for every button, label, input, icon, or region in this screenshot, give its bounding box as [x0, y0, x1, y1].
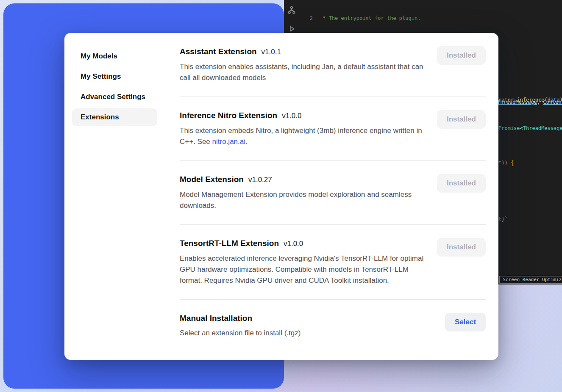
extension-description: This extension enables assistants, inclu…	[180, 61, 425, 83]
code-fragment: t}`	[498, 216, 508, 222]
extension-header: Manual Installation	[180, 313, 425, 324]
extension-info: Model Extension v1.0.27 Model Management…	[180, 174, 425, 211]
extension-description: This extension embeds Nitro, a lightweig…	[180, 125, 425, 147]
extension-info: Assistant Extension v1.0.1 This extensio…	[180, 46, 425, 83]
extension-title: Assistant Extension	[180, 46, 257, 57]
extension-row-nitro: Inference Nitro Extension v1.0.0 This ex…	[180, 97, 486, 161]
extension-header: Inference Nitro Extension v1.0.0	[180, 110, 425, 121]
code-token: ThreadMessage	[523, 125, 562, 131]
code-line: 2 * The entrypoint for the plugin.	[299, 15, 562, 22]
settings-modal: My Models My Settings Advanced Settings …	[64, 33, 498, 360]
code-token: data	[548, 97, 560, 103]
settings-sidebar: My Models My Settings Advanced Settings …	[64, 33, 165, 360]
code-fragment: Promise<ThreadMessage>	[498, 125, 562, 131]
run-debug-icon[interactable]	[287, 25, 296, 33]
extension-header: Assistant Extension v1.0.1	[180, 46, 425, 58]
sidebar-item-my-models[interactable]: My Models	[72, 47, 157, 65]
extension-info: Manual Installation Select an extension …	[180, 313, 425, 339]
extension-title: TensortRT-LLM Extension	[180, 238, 279, 249]
code-fragment: ")) {	[498, 160, 514, 166]
installed-button[interactable]: Installed	[437, 46, 486, 65]
extension-description: Enables accelerated inference leveraging…	[180, 253, 425, 286]
extensions-panel: Assistant Extension v1.0.1 This extensio…	[165, 33, 498, 360]
line-number: 2	[299, 15, 313, 22]
installed-button[interactable]: Installed	[437, 174, 486, 193]
extension-version: v1.0.27	[248, 174, 272, 185]
extension-info: TensortRT-LLM Extension v1.0.0 Enables a…	[180, 238, 425, 286]
extension-version: v1.0.0	[282, 110, 301, 121]
sidebar-item-extensions[interactable]: Extensions	[72, 108, 157, 126]
manual-installation-row: Manual Installation Select an extension …	[180, 300, 486, 352]
installed-button[interactable]: Installed	[437, 238, 486, 257]
code-token: rator.	[498, 97, 517, 103]
code-fragment: rator.inference(data));	[498, 97, 562, 103]
extension-version: v1.0.1	[262, 47, 281, 58]
code-token: inference	[517, 97, 544, 103]
nitro-link[interactable]: nitro.jan.ai.	[212, 138, 248, 146]
code-token: t}`	[498, 216, 508, 222]
extension-description: Model Management Extension provides mode…	[180, 189, 425, 211]
extension-header: TensortRT-LLM Extension v1.0.0	[180, 238, 425, 249]
extension-version: v1.0.0	[284, 238, 303, 249]
code-comment: * The entrypoint for the plugin.	[320, 15, 420, 21]
code-token: ));	[560, 97, 562, 103]
select-file-button[interactable]: Select	[445, 313, 486, 331]
screen-reader-status-badge[interactable]: Screen Reader Optimize	[499, 276, 562, 284]
extension-info: Inference Nitro Extension v1.0.0 This ex…	[180, 110, 425, 147]
extension-header: Model Extension v1.0.27	[180, 174, 425, 185]
code-token: {	[511, 160, 514, 166]
source-control-icon[interactable]	[287, 6, 296, 14]
code-token: Promise	[498, 125, 520, 131]
code-token: "))	[498, 160, 511, 166]
extension-title: Model Extension	[180, 174, 244, 185]
extension-row-assistant: Assistant Extension v1.0.1 This extensio…	[180, 33, 486, 97]
installed-button[interactable]: Installed	[437, 110, 486, 129]
sidebar-item-my-settings[interactable]: My Settings	[72, 68, 157, 86]
manual-installation-title: Manual Installation	[180, 313, 252, 324]
code-token: <	[520, 125, 523, 131]
manual-installation-description: Select an extension file to install (.tg…	[180, 328, 425, 339]
sidebar-item-advanced-settings[interactable]: Advanced Settings	[72, 88, 157, 106]
extension-row-tensorrt: TensortRT-LLM Extension v1.0.0 Enables a…	[180, 225, 486, 300]
extension-row-model: Model Extension v1.0.27 Model Management…	[180, 161, 486, 225]
code-token: (	[544, 97, 547, 103]
extension-title: Inference Nitro Extension	[180, 110, 277, 121]
